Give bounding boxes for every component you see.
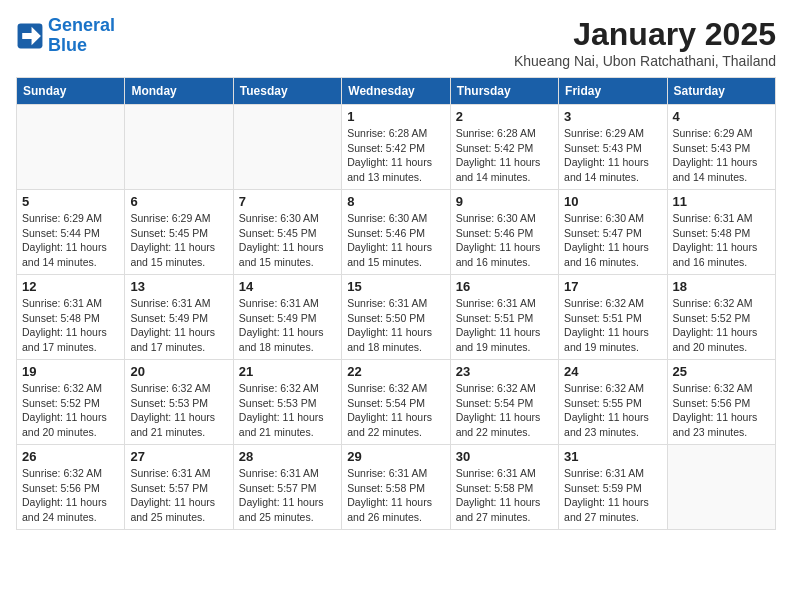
calendar-cell: 12Sunrise: 6:31 AM Sunset: 5:48 PM Dayli… <box>17 275 125 360</box>
day-info: Sunrise: 6:31 AM Sunset: 5:50 PM Dayligh… <box>347 296 444 355</box>
calendar-cell: 20Sunrise: 6:32 AM Sunset: 5:53 PM Dayli… <box>125 360 233 445</box>
calendar-cell: 9Sunrise: 6:30 AM Sunset: 5:46 PM Daylig… <box>450 190 558 275</box>
day-number: 23 <box>456 364 553 379</box>
day-info: Sunrise: 6:31 AM Sunset: 5:58 PM Dayligh… <box>347 466 444 525</box>
day-info: Sunrise: 6:32 AM Sunset: 5:54 PM Dayligh… <box>347 381 444 440</box>
day-info: Sunrise: 6:28 AM Sunset: 5:42 PM Dayligh… <box>456 126 553 185</box>
day-info: Sunrise: 6:32 AM Sunset: 5:53 PM Dayligh… <box>239 381 336 440</box>
calendar-cell: 10Sunrise: 6:30 AM Sunset: 5:47 PM Dayli… <box>559 190 667 275</box>
day-info: Sunrise: 6:32 AM Sunset: 5:54 PM Dayligh… <box>456 381 553 440</box>
day-info: Sunrise: 6:29 AM Sunset: 5:44 PM Dayligh… <box>22 211 119 270</box>
day-header-wednesday: Wednesday <box>342 78 450 105</box>
days-header-row: SundayMondayTuesdayWednesdayThursdayFrid… <box>17 78 776 105</box>
calendar-cell: 19Sunrise: 6:32 AM Sunset: 5:52 PM Dayli… <box>17 360 125 445</box>
day-number: 9 <box>456 194 553 209</box>
day-info: Sunrise: 6:28 AM Sunset: 5:42 PM Dayligh… <box>347 126 444 185</box>
day-number: 5 <box>22 194 119 209</box>
day-number: 10 <box>564 194 661 209</box>
day-number: 30 <box>456 449 553 464</box>
day-header-tuesday: Tuesday <box>233 78 341 105</box>
day-number: 24 <box>564 364 661 379</box>
week-row-5: 26Sunrise: 6:32 AM Sunset: 5:56 PM Dayli… <box>17 445 776 530</box>
calendar-cell: 16Sunrise: 6:31 AM Sunset: 5:51 PM Dayli… <box>450 275 558 360</box>
day-number: 27 <box>130 449 227 464</box>
day-number: 25 <box>673 364 770 379</box>
day-info: Sunrise: 6:32 AM Sunset: 5:52 PM Dayligh… <box>22 381 119 440</box>
day-number: 31 <box>564 449 661 464</box>
day-info: Sunrise: 6:31 AM Sunset: 5:57 PM Dayligh… <box>130 466 227 525</box>
week-row-1: 1Sunrise: 6:28 AM Sunset: 5:42 PM Daylig… <box>17 105 776 190</box>
calendar-table: SundayMondayTuesdayWednesdayThursdayFrid… <box>16 77 776 530</box>
calendar-cell: 27Sunrise: 6:31 AM Sunset: 5:57 PM Dayli… <box>125 445 233 530</box>
day-number: 1 <box>347 109 444 124</box>
day-header-friday: Friday <box>559 78 667 105</box>
day-info: Sunrise: 6:31 AM Sunset: 5:58 PM Dayligh… <box>456 466 553 525</box>
calendar-cell: 8Sunrise: 6:30 AM Sunset: 5:46 PM Daylig… <box>342 190 450 275</box>
calendar-cell: 4Sunrise: 6:29 AM Sunset: 5:43 PM Daylig… <box>667 105 775 190</box>
calendar-cell <box>17 105 125 190</box>
day-header-monday: Monday <box>125 78 233 105</box>
day-info: Sunrise: 6:31 AM Sunset: 5:48 PM Dayligh… <box>22 296 119 355</box>
calendar-subtitle: Khueang Nai, Ubon Ratchathani, Thailand <box>514 53 776 69</box>
calendar-cell <box>233 105 341 190</box>
calendar-cell: 24Sunrise: 6:32 AM Sunset: 5:55 PM Dayli… <box>559 360 667 445</box>
day-number: 19 <box>22 364 119 379</box>
calendar-cell: 29Sunrise: 6:31 AM Sunset: 5:58 PM Dayli… <box>342 445 450 530</box>
week-row-2: 5Sunrise: 6:29 AM Sunset: 5:44 PM Daylig… <box>17 190 776 275</box>
day-info: Sunrise: 6:30 AM Sunset: 5:47 PM Dayligh… <box>564 211 661 270</box>
day-number: 2 <box>456 109 553 124</box>
day-header-saturday: Saturday <box>667 78 775 105</box>
day-info: Sunrise: 6:32 AM Sunset: 5:55 PM Dayligh… <box>564 381 661 440</box>
day-number: 8 <box>347 194 444 209</box>
day-info: Sunrise: 6:29 AM Sunset: 5:45 PM Dayligh… <box>130 211 227 270</box>
page-header: General Blue January 2025 Khueang Nai, U… <box>16 16 776 69</box>
logo: General Blue <box>16 16 115 56</box>
day-info: Sunrise: 6:31 AM Sunset: 5:49 PM Dayligh… <box>130 296 227 355</box>
day-number: 28 <box>239 449 336 464</box>
day-number: 7 <box>239 194 336 209</box>
calendar-cell: 1Sunrise: 6:28 AM Sunset: 5:42 PM Daylig… <box>342 105 450 190</box>
day-number: 26 <box>22 449 119 464</box>
day-number: 6 <box>130 194 227 209</box>
day-info: Sunrise: 6:31 AM Sunset: 5:59 PM Dayligh… <box>564 466 661 525</box>
day-number: 17 <box>564 279 661 294</box>
calendar-cell: 25Sunrise: 6:32 AM Sunset: 5:56 PM Dayli… <box>667 360 775 445</box>
calendar-cell: 31Sunrise: 6:31 AM Sunset: 5:59 PM Dayli… <box>559 445 667 530</box>
calendar-cell: 23Sunrise: 6:32 AM Sunset: 5:54 PM Dayli… <box>450 360 558 445</box>
calendar-cell <box>667 445 775 530</box>
day-number: 29 <box>347 449 444 464</box>
day-header-sunday: Sunday <box>17 78 125 105</box>
title-block: January 2025 Khueang Nai, Ubon Ratchatha… <box>514 16 776 69</box>
calendar-cell: 5Sunrise: 6:29 AM Sunset: 5:44 PM Daylig… <box>17 190 125 275</box>
calendar-cell: 14Sunrise: 6:31 AM Sunset: 5:49 PM Dayli… <box>233 275 341 360</box>
calendar-cell: 2Sunrise: 6:28 AM Sunset: 5:42 PM Daylig… <box>450 105 558 190</box>
calendar-cell: 22Sunrise: 6:32 AM Sunset: 5:54 PM Dayli… <box>342 360 450 445</box>
day-number: 16 <box>456 279 553 294</box>
calendar-cell: 15Sunrise: 6:31 AM Sunset: 5:50 PM Dayli… <box>342 275 450 360</box>
day-info: Sunrise: 6:29 AM Sunset: 5:43 PM Dayligh… <box>673 126 770 185</box>
day-info: Sunrise: 6:32 AM Sunset: 5:56 PM Dayligh… <box>22 466 119 525</box>
calendar-cell: 13Sunrise: 6:31 AM Sunset: 5:49 PM Dayli… <box>125 275 233 360</box>
day-info: Sunrise: 6:32 AM Sunset: 5:51 PM Dayligh… <box>564 296 661 355</box>
day-number: 15 <box>347 279 444 294</box>
week-row-4: 19Sunrise: 6:32 AM Sunset: 5:52 PM Dayli… <box>17 360 776 445</box>
calendar-cell: 28Sunrise: 6:31 AM Sunset: 5:57 PM Dayli… <box>233 445 341 530</box>
calendar-cell: 17Sunrise: 6:32 AM Sunset: 5:51 PM Dayli… <box>559 275 667 360</box>
calendar-title: January 2025 <box>514 16 776 53</box>
day-number: 22 <box>347 364 444 379</box>
day-number: 4 <box>673 109 770 124</box>
day-info: Sunrise: 6:30 AM Sunset: 5:45 PM Dayligh… <box>239 211 336 270</box>
day-number: 3 <box>564 109 661 124</box>
day-number: 14 <box>239 279 336 294</box>
day-info: Sunrise: 6:32 AM Sunset: 5:56 PM Dayligh… <box>673 381 770 440</box>
day-info: Sunrise: 6:29 AM Sunset: 5:43 PM Dayligh… <box>564 126 661 185</box>
day-number: 20 <box>130 364 227 379</box>
day-number: 18 <box>673 279 770 294</box>
day-info: Sunrise: 6:31 AM Sunset: 5:57 PM Dayligh… <box>239 466 336 525</box>
day-info: Sunrise: 6:30 AM Sunset: 5:46 PM Dayligh… <box>347 211 444 270</box>
calendar-cell: 6Sunrise: 6:29 AM Sunset: 5:45 PM Daylig… <box>125 190 233 275</box>
calendar-cell <box>125 105 233 190</box>
calendar-cell: 3Sunrise: 6:29 AM Sunset: 5:43 PM Daylig… <box>559 105 667 190</box>
calendar-cell: 18Sunrise: 6:32 AM Sunset: 5:52 PM Dayli… <box>667 275 775 360</box>
calendar-cell: 26Sunrise: 6:32 AM Sunset: 5:56 PM Dayli… <box>17 445 125 530</box>
